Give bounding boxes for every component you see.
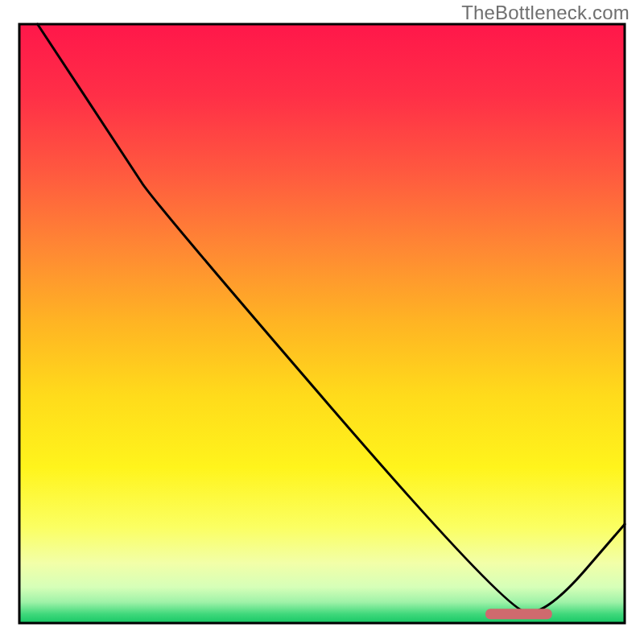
bottleneck-chart	[0, 0, 644, 644]
optimum-marker	[485, 609, 552, 619]
chart-stage: TheBottleneck.com	[0, 0, 644, 644]
plot-background	[19, 24, 625, 623]
